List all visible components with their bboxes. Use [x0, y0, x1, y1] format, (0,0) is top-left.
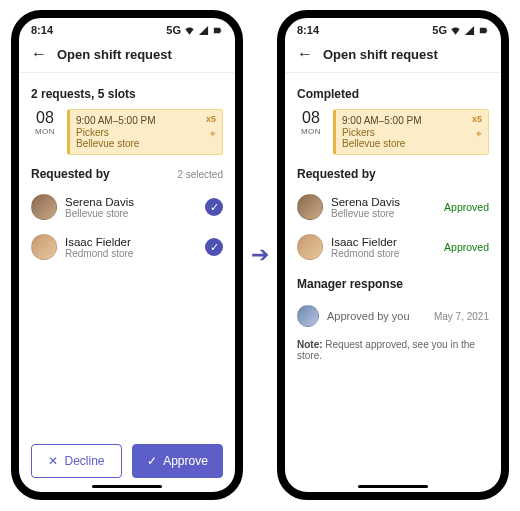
manager-text: Approved by you	[327, 310, 426, 322]
status-bar: 8:14 5G	[19, 18, 235, 38]
date-dow: MON	[301, 127, 321, 136]
date-number: 08	[302, 109, 320, 127]
date-column: 08 MON	[297, 109, 325, 155]
note-text: Request approved, see you in the store.	[297, 339, 475, 361]
requester-row[interactable]: Isaac Fielder Redmond store ✓	[31, 227, 223, 267]
location-icon: ⌖	[210, 128, 216, 140]
slots-badge: x5	[472, 114, 482, 124]
shift-store: Bellevue store	[342, 138, 482, 149]
requester-name: Isaac Fielder	[331, 236, 436, 248]
requester-row[interactable]: Serena Davis Bellevue store ✓	[31, 187, 223, 227]
signal-icon	[464, 25, 475, 36]
decline-label: Decline	[64, 454, 104, 468]
app-bar: ← Open shift request	[19, 38, 235, 73]
shift-card[interactable]: 9:00 AM–5:00 PM Pickers Bellevue store x…	[333, 109, 489, 155]
shift-time: 9:00 AM–5:00 PM	[342, 115, 482, 126]
avatar	[297, 234, 323, 260]
shift-row: 08 MON 9:00 AM–5:00 PM Pickers Bellevue …	[31, 109, 223, 155]
requester-name: Isaac Fielder	[65, 236, 197, 248]
shift-role: Pickers	[76, 127, 216, 138]
app-bar: ← Open shift request	[285, 38, 501, 73]
wifi-icon	[184, 25, 195, 36]
phone-after: 8:14 5G ← Open shift request Completed 0…	[277, 10, 509, 500]
selected-count: 2 selected	[177, 169, 223, 180]
network-label: 5G	[432, 24, 447, 36]
avatar	[31, 234, 57, 260]
date-column: 08 MON	[31, 109, 59, 155]
requester-name: Serena Davis	[65, 196, 197, 208]
checkbox-checked[interactable]: ✓	[205, 198, 223, 216]
date-dow: MON	[35, 127, 55, 136]
check-icon: ✓	[147, 454, 157, 468]
wifi-icon	[450, 25, 461, 36]
status-approved: Approved	[444, 241, 489, 253]
back-icon[interactable]: ←	[31, 46, 47, 62]
requested-header: Requested by 2 selected	[31, 167, 223, 181]
summary-text: Completed	[297, 87, 489, 101]
home-indicator[interactable]	[92, 485, 162, 488]
avatar	[31, 194, 57, 220]
avatar	[297, 194, 323, 220]
manager-note: Note: Request approved, see you in the s…	[297, 339, 489, 361]
svg-rect-1	[220, 29, 221, 32]
shift-card[interactable]: 9:00 AM–5:00 PM Pickers Bellevue store x…	[67, 109, 223, 155]
requester-row[interactable]: Serena Davis Bellevue store Approved	[297, 187, 489, 227]
requested-header: Requested by	[297, 167, 489, 181]
shift-store: Bellevue store	[76, 138, 216, 149]
status-time: 8:14	[31, 24, 53, 36]
battery-icon	[212, 25, 223, 36]
battery-icon	[478, 25, 489, 36]
approve-label: Approve	[163, 454, 208, 468]
action-footer: ✕ Decline ✓ Approve	[19, 434, 235, 492]
date-number: 08	[36, 109, 54, 127]
svg-rect-3	[486, 29, 487, 32]
back-icon[interactable]: ←	[297, 46, 313, 62]
approve-button[interactable]: ✓ Approve	[132, 444, 223, 478]
shift-time: 9:00 AM–5:00 PM	[76, 115, 216, 126]
status-icons: 5G	[432, 24, 489, 36]
manager-date: May 7, 2021	[434, 311, 489, 322]
status-time: 8:14	[297, 24, 319, 36]
status-icons: 5G	[166, 24, 223, 36]
content: Completed 08 MON 9:00 AM–5:00 PM Pickers…	[285, 73, 501, 492]
requester-store: Redmond store	[331, 248, 436, 259]
status-bar: 8:14 5G	[285, 18, 501, 38]
summary-text: 2 requests, 5 slots	[31, 87, 223, 101]
requester-store: Bellevue store	[65, 208, 197, 219]
status-approved: Approved	[444, 201, 489, 213]
manager-row: Approved by you May 7, 2021	[297, 299, 489, 333]
network-label: 5G	[166, 24, 181, 36]
requested-by-label: Requested by	[31, 167, 110, 181]
requester-name: Serena Davis	[331, 196, 436, 208]
home-indicator[interactable]	[358, 485, 428, 488]
svg-rect-2	[480, 27, 486, 33]
page-title: Open shift request	[57, 47, 172, 62]
page-title: Open shift request	[323, 47, 438, 62]
phone-before: 8:14 5G ← Open shift request 2 requests,…	[11, 10, 243, 500]
shift-row: 08 MON 9:00 AM–5:00 PM Pickers Bellevue …	[297, 109, 489, 155]
close-icon: ✕	[48, 454, 58, 468]
manager-response-label: Manager response	[297, 277, 489, 291]
slots-badge: x5	[206, 114, 216, 124]
requested-by-label: Requested by	[297, 167, 376, 181]
checkbox-checked[interactable]: ✓	[205, 238, 223, 256]
requester-store: Redmond store	[65, 248, 197, 259]
requester-store: Bellevue store	[331, 208, 436, 219]
signal-icon	[198, 25, 209, 36]
svg-rect-0	[214, 27, 220, 33]
avatar	[297, 305, 319, 327]
content: 2 requests, 5 slots 08 MON 9:00 AM–5:00 …	[19, 73, 235, 434]
decline-button[interactable]: ✕ Decline	[31, 444, 122, 478]
shift-role: Pickers	[342, 127, 482, 138]
location-icon: ⌖	[476, 128, 482, 140]
arrow-icon: ➔	[251, 242, 269, 268]
requester-row[interactable]: Isaac Fielder Redmond store Approved	[297, 227, 489, 267]
note-label: Note:	[297, 339, 323, 350]
